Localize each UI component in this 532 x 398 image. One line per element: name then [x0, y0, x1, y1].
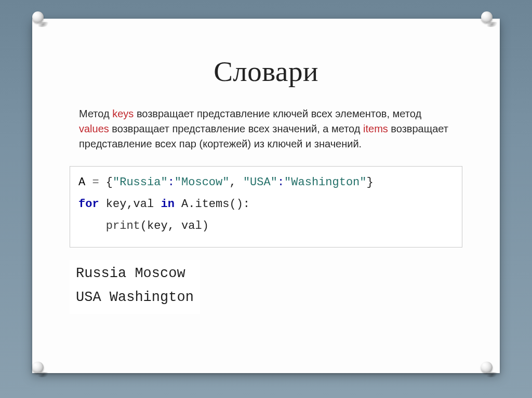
slide-description: Метод keys возвращает представление ключ…	[79, 106, 453, 152]
output-line: Russia Moscow	[76, 266, 185, 281]
code-call: A.items():	[175, 198, 250, 211]
code-brace: {	[106, 176, 113, 189]
code-comma: ,	[229, 176, 243, 189]
code-keyword: for	[78, 198, 99, 211]
slide-title: Словари	[70, 55, 462, 88]
code-brace: }	[367, 176, 374, 189]
code-string: "Washington"	[284, 176, 366, 189]
desc-text: возвращает представление всех значений, …	[109, 123, 363, 134]
code-colon: :	[168, 176, 175, 189]
keyword-keys: keys	[112, 108, 134, 119]
code-string: "USA"	[243, 176, 277, 189]
pin-top-right	[481, 11, 500, 30]
code-op: =	[85, 176, 106, 189]
pin-bottom-left	[32, 362, 51, 380]
code-indent	[78, 219, 106, 232]
code-fn: print	[106, 219, 140, 232]
code-args: (key, val)	[140, 219, 209, 232]
keyword-items: items	[363, 123, 388, 134]
output-block: Russia Moscow USA Washington	[70, 260, 200, 314]
code-string: "Russia"	[113, 176, 168, 189]
code-block: A = {"Russia":"Moscow", "USA":"Washingto…	[70, 166, 462, 248]
pin-top-left	[32, 11, 51, 30]
code-keyword: in	[161, 198, 174, 211]
desc-text: возвращает представление ключей всех эле…	[134, 108, 421, 119]
code-var: A	[78, 176, 85, 189]
code-string: "Moscow"	[175, 176, 230, 189]
output-line: USA Washington	[76, 290, 194, 305]
slide: Словари Метод keys возвращает представле…	[32, 19, 500, 373]
desc-text: Метод	[79, 108, 112, 119]
code-colon: :	[277, 176, 284, 189]
keyword-values: values	[79, 123, 109, 134]
code-vars: key,val	[99, 198, 161, 211]
pin-bottom-right	[481, 362, 500, 380]
